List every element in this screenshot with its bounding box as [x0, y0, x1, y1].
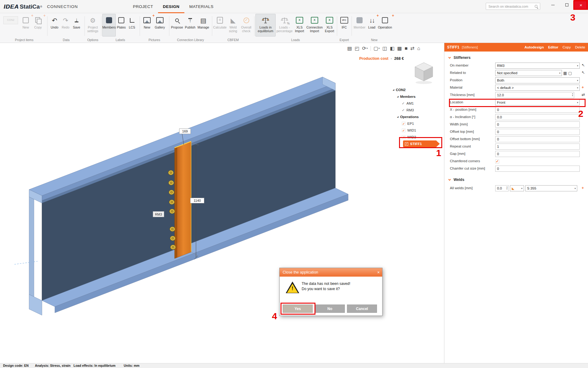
new-load-button[interactable]: Load: [366, 14, 377, 36]
copy-operation-button[interactable]: Copy: [563, 45, 571, 49]
connection-import-button[interactable]: Connection Import: [306, 14, 323, 36]
pick-in-scene-icon[interactable]: [582, 63, 585, 67]
weld-material-select[interactable]: S 355: [525, 185, 577, 191]
delete-operation-button[interactable]: Delete: [575, 45, 585, 49]
search-icon[interactable]: [535, 5, 537, 8]
tree-item-wid1[interactable]: WID1: [393, 127, 443, 134]
spinner-icon[interactable]: [507, 186, 507, 190]
solid-select-icon[interactable]: [568, 71, 572, 75]
repeat-count-input[interactable]: 1: [495, 144, 580, 150]
inclination-input[interactable]: 0.0: [495, 114, 580, 120]
project-item-con2-button[interactable]: CON2: [2, 14, 20, 36]
add-weld-icon[interactable]: [582, 186, 584, 190]
ribbon-group-new: Member Load Operation New: [353, 14, 396, 43]
tab-project[interactable]: PROJECT: [128, 0, 158, 13]
ribbon-separator: [337, 16, 337, 36]
thickness-sync-icon[interactable]: [582, 93, 585, 97]
checkbox-icon[interactable]: [402, 108, 405, 112]
tab-design[interactable]: DESIGN: [158, 0, 184, 13]
checkbox-icon[interactable]: [402, 122, 405, 125]
weld-sizing-button[interactable]: Weld sizing: [227, 14, 239, 36]
view-transparent-icon[interactable]: [397, 46, 402, 51]
plate-grid-icon[interactable]: [563, 71, 567, 75]
on-member-select[interactable]: RM3: [495, 63, 580, 69]
checkbox-icon[interactable]: [402, 102, 405, 105]
labels-members-button[interactable]: Members: [102, 14, 116, 36]
calculate-button[interactable]: Calculate: [213, 14, 227, 36]
position-select[interactable]: Both: [495, 77, 580, 83]
undo-button[interactable]: Undo: [49, 14, 60, 36]
navigation-cube[interactable]: [415, 63, 433, 84]
ribbon-separator: [85, 16, 85, 36]
ifc-export-button[interactable]: IFC: [338, 14, 350, 36]
labels-plates-button[interactable]: Plates: [116, 14, 127, 36]
home-view-icon[interactable]: [417, 46, 420, 51]
xls-export-button[interactable]: XLS Export: [323, 14, 336, 36]
add-material-icon[interactable]: [582, 85, 584, 89]
section-welds[interactable]: Welds: [444, 177, 588, 183]
xls-import-button[interactable]: XLS Import: [293, 14, 306, 36]
tree-item-rm3[interactable]: RM3: [393, 107, 443, 113]
manage-button[interactable]: Manage: [197, 14, 210, 36]
spinner-icon[interactable]: [572, 93, 573, 97]
section-chevron-icon: [448, 178, 451, 181]
weld-size-input[interactable]: 0.0: [495, 185, 509, 191]
tree-node-members[interactable]: Members: [393, 93, 443, 100]
new-picture-button[interactable]: New: [141, 14, 153, 36]
weld-type-select[interactable]: [510, 185, 524, 191]
property-row-repeat-count: Repeat count 1: [444, 143, 588, 150]
tree-node-con2[interactable]: CON2: [393, 86, 443, 93]
labels-lcs-button[interactable]: LCS: [127, 14, 137, 36]
editor-button[interactable]: Editor: [548, 45, 558, 49]
propose-button[interactable]: Propose: [170, 14, 184, 36]
flip-view-icon[interactable]: [410, 46, 414, 51]
dialog-close-icon[interactable]: [377, 268, 380, 277]
expander-icon[interactable]: [397, 116, 398, 118]
selection-mode-button[interactable]: [374, 46, 380, 51]
overall-check-icon: [243, 17, 249, 23]
chamfered-corners-checkbox[interactable]: [495, 159, 499, 163]
new-project-item-button[interactable]: New: [20, 14, 32, 36]
offset-bottom-input[interactable]: 0: [495, 136, 580, 142]
autodesign-button[interactable]: Autodesign: [524, 45, 544, 49]
x-position-input[interactable]: 0: [495, 107, 580, 113]
copy-project-item-button[interactable]: Copy: [32, 14, 44, 36]
loads-in-equilibrium-button[interactable]: Loads in equilibrium: [255, 14, 276, 36]
related-to-select[interactable]: Not specified: [495, 70, 562, 76]
publish-button[interactable]: Publish: [184, 14, 197, 36]
save-button[interactable]: Save: [71, 14, 82, 36]
offset-top-input[interactable]: 0: [495, 129, 580, 135]
no-button[interactable]: No: [315, 305, 345, 313]
new-operation-button[interactable]: Operation: [377, 14, 393, 36]
expander-icon[interactable]: [397, 95, 398, 98]
scene-options-icon[interactable]: [347, 46, 352, 51]
view-wireframe-icon[interactable]: [383, 46, 387, 51]
pick-in-scene-icon[interactable]: [582, 71, 585, 75]
gallery-button[interactable]: Gallery: [153, 14, 167, 36]
width-input[interactable]: 0: [495, 121, 580, 128]
expander-icon[interactable]: [393, 89, 394, 91]
redo-button[interactable]: Redo: [60, 14, 71, 36]
view-shaded-icon[interactable]: [390, 46, 394, 51]
search-input[interactable]: [486, 5, 535, 8]
view-solid-icon[interactable]: [405, 46, 408, 51]
minimize-button[interactable]: [546, 0, 560, 10]
section-stiffeners[interactable]: Stiffeners: [444, 55, 588, 61]
rotate-view-button[interactable]: [362, 46, 368, 51]
tree-item-ep1[interactable]: EP1: [393, 120, 443, 127]
project-settings-button[interactable]: Project settings: [86, 14, 100, 36]
tree-item-am1[interactable]: AM1: [393, 100, 443, 107]
chamfer-cut-size-input[interactable]: 0: [495, 166, 580, 172]
tree-node-operations[interactable]: Operations: [393, 113, 443, 120]
maximize-button[interactable]: [560, 0, 574, 10]
cancel-button[interactable]: Cancel: [347, 305, 377, 313]
checkbox-icon[interactable]: [402, 128, 405, 132]
tab-materials[interactable]: MATERIALS: [184, 0, 218, 13]
material-select[interactable]: < default >: [495, 85, 580, 91]
new-member-button[interactable]: Member: [353, 14, 366, 36]
gap-input[interactable]: 0: [495, 151, 580, 157]
overall-check-button[interactable]: Overall check: [239, 14, 253, 36]
thickness-input[interactable]: 12.0: [495, 92, 574, 98]
loads-percentage-button[interactable]: Loads - percentage: [276, 14, 293, 36]
fit-view-icon[interactable]: [355, 46, 359, 51]
